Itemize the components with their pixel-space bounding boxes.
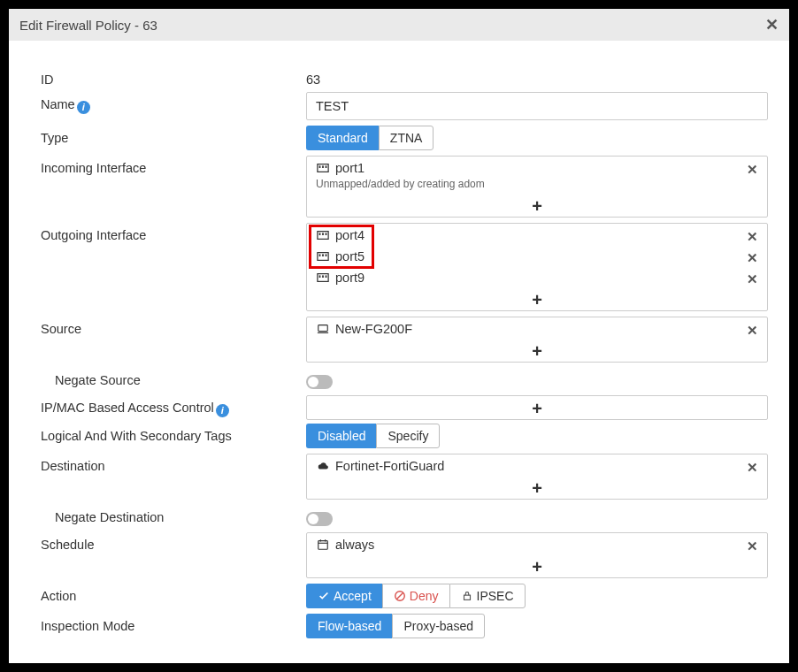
type-ztna-button[interactable]: ZTNA	[379, 126, 434, 150]
list-item-label: port9	[335, 271, 364, 285]
add-icon[interactable]: +	[307, 339, 767, 362]
form-body: ID 63 Namei Type Standard ZTNA Incomi	[9, 41, 789, 653]
svg-rect-18	[318, 541, 328, 550]
outgoing-selector[interactable]: port4 ✕ port5 ✕ port9	[306, 223, 768, 311]
list-item[interactable]: always ✕	[307, 533, 767, 554]
remove-icon[interactable]: ✕	[747, 323, 758, 339]
id-value: 63	[306, 67, 768, 87]
action-accept-button[interactable]: Accept	[306, 584, 382, 608]
name-label: Namei	[41, 92, 306, 114]
add-icon[interactable]: +	[307, 554, 767, 577]
svg-rect-10	[322, 254, 324, 256]
negate-source-label: Negate Source	[41, 368, 306, 387]
incoming-selector[interactable]: port1 ✕ Unmapped/added by creating adom …	[306, 156, 768, 218]
svg-rect-14	[322, 275, 324, 278]
type-label: Type	[41, 126, 306, 145]
list-item[interactable]: New-FG200F ✕	[307, 317, 767, 339]
svg-rect-15	[326, 275, 327, 278]
action-ipsec-button[interactable]: IPSEC	[449, 584, 526, 608]
deny-icon	[394, 590, 406, 602]
outgoing-label: Outgoing Interface	[41, 223, 306, 242]
svg-rect-24	[464, 595, 470, 599]
check-icon	[318, 590, 330, 602]
schedule-label: Schedule	[41, 532, 306, 552]
svg-rect-3	[326, 165, 327, 168]
remove-icon[interactable]: ✕	[747, 162, 758, 178]
port-icon	[316, 250, 330, 263]
remove-icon[interactable]: ✕	[747, 271, 758, 287]
negate-destination-toggle[interactable]	[306, 512, 333, 526]
list-item-label: Fortinet-FortiGuard	[335, 459, 444, 473]
port-icon	[316, 271, 330, 284]
source-label: Source	[41, 317, 306, 336]
list-item-label: port4	[335, 228, 364, 242]
list-item[interactable]: port4 ✕	[307, 224, 767, 245]
remove-icon[interactable]: ✕	[747, 460, 758, 476]
destination-selector[interactable]: Fortinet-FortiGuard ✕ +	[306, 454, 768, 500]
calendar-icon	[316, 538, 330, 551]
dialog-titlebar: Edit Firewall Policy - 63 ✕	[9, 9, 789, 41]
close-icon[interactable]: ✕	[765, 15, 779, 34]
info-icon[interactable]: i	[216, 404, 229, 417]
svg-rect-13	[319, 275, 321, 278]
action-deny-button[interactable]: Deny	[382, 584, 449, 608]
negate-source-toggle[interactable]	[306, 375, 333, 389]
negate-destination-label: Negate Destination	[41, 505, 306, 524]
type-toggle: Standard ZTNA	[306, 126, 768, 150]
destination-label: Destination	[41, 454, 306, 473]
remove-icon[interactable]: ✕	[747, 250, 758, 266]
add-icon[interactable]: +	[307, 396, 767, 419]
remove-icon[interactable]: ✕	[747, 538, 758, 554]
svg-rect-16	[318, 325, 328, 332]
info-icon[interactable]: i	[77, 101, 90, 114]
logical-specify-button[interactable]: Specify	[376, 424, 440, 448]
svg-rect-7	[326, 233, 327, 235]
add-icon[interactable]: +	[307, 287, 767, 310]
svg-rect-5	[319, 233, 321, 235]
type-standard-button[interactable]: Standard	[306, 126, 379, 150]
logical-toggle: Disabled Specify	[306, 424, 768, 448]
remove-icon[interactable]: ✕	[747, 229, 758, 245]
action-toggle: Accept Deny IPSEC	[306, 584, 768, 608]
id-label: ID	[41, 67, 306, 87]
logical-disabled-button[interactable]: Disabled	[306, 424, 376, 448]
add-icon[interactable]: +	[307, 194, 767, 217]
device-icon	[316, 323, 330, 335]
svg-rect-2	[322, 165, 324, 168]
port-icon	[316, 229, 330, 241]
list-item-subtext: Unmapped/added by creating adom	[307, 178, 767, 194]
schedule-selector[interactable]: always ✕ +	[306, 532, 768, 578]
svg-rect-1	[319, 165, 321, 168]
port-icon	[316, 162, 330, 174]
list-item-label: always	[335, 538, 374, 552]
list-item-label: port5	[335, 249, 364, 263]
svg-rect-6	[322, 233, 324, 235]
dialog-title: Edit Firewall Policy - 63	[19, 18, 157, 33]
list-item[interactable]: port9 ✕	[307, 266, 767, 287]
inspection-proxy-button[interactable]: Proxy-based	[392, 614, 485, 638]
action-label: Action	[41, 584, 306, 603]
svg-rect-11	[326, 254, 327, 256]
cloud-icon	[316, 460, 330, 472]
source-selector[interactable]: New-FG200F ✕ +	[306, 317, 768, 363]
list-item[interactable]: port5 ✕	[307, 245, 767, 266]
logical-label: Logical And With Secondary Tags	[41, 424, 306, 443]
svg-rect-9	[319, 254, 321, 256]
ipmac-label: IP/MAC Based Access Controli	[41, 395, 306, 417]
list-item[interactable]: Fortinet-FortiGuard ✕	[307, 454, 767, 476]
svg-line-23	[396, 593, 403, 599]
name-input[interactable]	[306, 92, 768, 120]
lock-icon	[461, 590, 473, 602]
add-icon[interactable]: +	[307, 476, 767, 499]
list-item-label: port1	[335, 161, 364, 175]
ipmac-selector[interactable]: +	[306, 395, 768, 420]
list-item-label: New-FG200F	[335, 322, 412, 336]
inspection-label: Inspection Mode	[41, 614, 306, 633]
incoming-label: Incoming Interface	[41, 156, 306, 175]
inspection-flow-button[interactable]: Flow-based	[306, 614, 392, 638]
edit-policy-dialog: Edit Firewall Policy - 63 ✕ ID 63 Namei …	[9, 9, 789, 663]
inspection-toggle: Flow-based Proxy-based	[306, 614, 768, 638]
list-item[interactable]: port1 ✕	[307, 157, 767, 178]
